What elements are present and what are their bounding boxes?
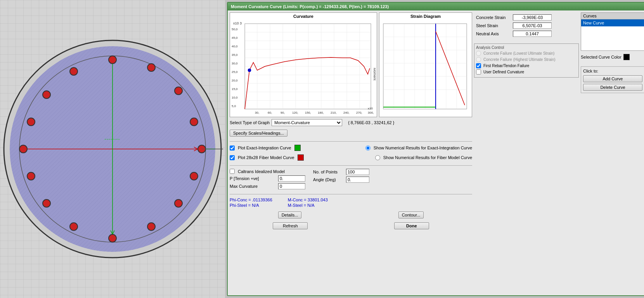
curve-item-new[interactable]: New Curve (581, 19, 644, 26)
svg-text:45,0: 45,0 (232, 36, 238, 40)
plot-fiber-row: Plot 28x28 Fiber Model Curve Show Numeri… (230, 154, 472, 161)
refresh-button[interactable]: Refresh (273, 222, 308, 229)
plot-fiber-label: Plot 28x28 Fiber Model Curve (238, 155, 294, 160)
specify-scales-button[interactable]: Specify Scales/Headings... (230, 130, 287, 137)
curves-list: New Curve (581, 19, 644, 50)
neutral-axis-label: Neutral Axis (476, 31, 511, 36)
caltrans-checkbox[interactable] (230, 169, 235, 174)
graph-type-select[interactable]: Moment-CurvatureMoment-PhiMoment-Curvatu… (272, 119, 342, 126)
strain-chart-title: Strain Diagram (379, 13, 472, 20)
svg-text:150,: 150, (305, 111, 311, 114)
svg-point-74 (248, 69, 251, 72)
phi-conc-value: Phi-Conc = .01139366 (230, 198, 272, 202)
plot-fiber-checkbox[interactable] (230, 155, 235, 160)
curves-group-title: Curves (581, 13, 644, 19)
cross-section (0, 36, 225, 262)
concrete-failure-low-label: Concrete Failure (Lowest Ultimate Strain… (483, 51, 554, 55)
svg-text:20,0: 20,0 (232, 79, 238, 82)
no-points-row: No. of Points (313, 169, 369, 175)
svg-point-17 (190, 118, 198, 126)
no-points-input[interactable] (346, 169, 369, 175)
strain-chart-box: Strain Diagram (379, 12, 472, 117)
svg-text:35,0: 35,0 (232, 53, 238, 57)
svg-point-25 (27, 172, 35, 180)
analysis-control-box: Analysis Control Concrete Failure (Lowes… (474, 43, 579, 78)
add-curve-button[interactable]: Add Curve (583, 75, 642, 82)
concrete-failure-low-row: Concrete Failure (Lowest Ultimate Strain… (476, 51, 577, 56)
steel-strain-row: Steel Strain (476, 23, 577, 29)
svg-text:Moment: Moment (373, 68, 376, 81)
plot-exact-row: Plot Exact-Integration Curve Show Numeri… (230, 145, 472, 151)
svg-text:15,0: 15,0 (232, 87, 238, 91)
show-exact-radio[interactable] (365, 146, 370, 151)
svg-text:210,: 210, (331, 111, 337, 114)
phi-m-section: Phi-Conc = .01139366 Phi-Steel = N/A M-C… (230, 198, 472, 208)
dialog-panel: Moment Curvature Curve (Limits: P(comp.)… (225, 0, 644, 298)
plot-exact-checkbox[interactable] (230, 146, 235, 151)
selected-color-swatch[interactable] (623, 54, 630, 60)
first-rebar-checkbox[interactable] (476, 63, 481, 68)
curvature-chart-title: Curvature (230, 13, 377, 20)
max-curvature-row: Max Curvature (230, 183, 305, 189)
curves-group: Curves New Curve (581, 12, 644, 51)
caltrans-label: Caltrans Idealized Model (238, 169, 285, 174)
concrete-strain-row: Concrete Strain (476, 14, 577, 21)
details-button[interactable]: Details... (278, 211, 302, 218)
section-svg (0, 36, 225, 262)
details-contour-row: Details... Contour... (230, 211, 472, 218)
click-to-label: Click to: (583, 69, 642, 73)
svg-text:x10: x10 (368, 107, 373, 110)
phi-steel-value: Phi-Steel = N/A (230, 203, 272, 208)
select-type-label: Select Type of Graph (230, 120, 270, 125)
svg-point-20 (175, 199, 182, 207)
max-curvature-input[interactable] (278, 183, 305, 189)
click-to-section: Click to: Add Curve Delete Curve (581, 66, 644, 93)
svg-text:60,: 60, (268, 111, 272, 114)
svg-point-27 (27, 118, 35, 126)
done-button[interactable]: Done (394, 222, 429, 229)
concrete-failure-high-radio (476, 57, 481, 62)
svg-rect-76 (383, 24, 467, 109)
no-points-label: No. of Points (313, 170, 344, 174)
plot-exact-label: Plot Exact-Integration Curve (238, 146, 291, 150)
angle-input[interactable] (346, 177, 369, 183)
analysis-control-title: Analysis Control (476, 45, 577, 50)
delete-curve-button[interactable]: Delete Curve (583, 84, 642, 91)
concrete-strain-value (513, 14, 552, 21)
color-section: Selected Curve Color (581, 53, 644, 64)
svg-text:x10 3: x10 3 (233, 21, 242, 25)
strain-info-section: Concrete Strain Steel Strain Neutral Axi… (474, 12, 579, 41)
neutral-axis-row: Neutral Axis (476, 31, 577, 37)
charts-row: Curvature x10 3 5,0 10,0 15,0 20,0 25,0 … (230, 12, 472, 117)
contour-button[interactable]: Contour... (398, 211, 424, 218)
dialog-body: Curvature x10 3 5,0 10,0 15,0 20,0 25,0 … (228, 10, 644, 295)
user-defined-row: User Defined Curvature (476, 69, 577, 74)
user-defined-checkbox[interactable] (476, 69, 481, 74)
phi-column: Phi-Conc = .01139366 Phi-Steel = N/A (230, 198, 272, 208)
concrete-strain-label: Concrete Strain (476, 15, 511, 20)
svg-text:240,: 240, (343, 111, 350, 114)
dialog-title: Moment Curvature Curve (Limits: P(comp.)… (231, 4, 389, 9)
show-fiber-radio[interactable] (375, 155, 380, 160)
svg-text:120,: 120, (292, 111, 298, 114)
graph-type-row: Select Type of Graph Moment-CurvatureMom… (230, 119, 472, 126)
p-tension-input[interactable] (278, 175, 305, 182)
svg-point-19 (190, 172, 198, 180)
svg-text:5,0: 5,0 (232, 104, 236, 108)
show-fiber-radio-label: Show Numerical Results for Fiber Model C… (383, 155, 472, 160)
svg-text:30,0: 30,0 (232, 62, 238, 65)
svg-point-21 (147, 223, 155, 230)
selected-color-label: Selected Curve Color (581, 55, 621, 59)
moment-curvature-dialog: Moment Curvature Curve (Limits: P(comp.)… (227, 2, 644, 296)
curve-item-label: New Curve (583, 21, 604, 25)
angle-label: Angle (Deg) (313, 177, 344, 182)
refresh-done-row: Refresh Done (230, 222, 472, 229)
svg-point-24 (43, 199, 50, 207)
svg-point-28 (43, 91, 50, 99)
svg-text:25,0: 25,0 (232, 70, 238, 74)
svg-text:30,: 30, (255, 111, 259, 114)
max-curvature-label: Max Curvature (230, 184, 276, 189)
concrete-failure-low-radio (476, 51, 481, 56)
caltrans-row: Caltrans Idealized Model (230, 169, 305, 174)
exact-color-box (294, 145, 301, 151)
